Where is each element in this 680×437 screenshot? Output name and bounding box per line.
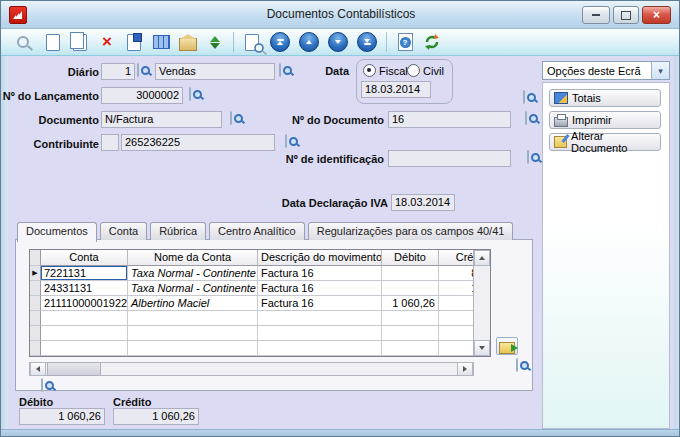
grid-search-button[interactable]	[41, 378, 43, 392]
table-row[interactable]	[30, 311, 474, 326]
col-header-credito[interactable]: Crédito	[439, 250, 474, 266]
maximize-button[interactable]	[613, 6, 639, 24]
copy-document-button[interactable]	[71, 33, 89, 51]
tab-rubrica[interactable]: Rúbrica	[150, 222, 206, 240]
minimize-button[interactable]	[582, 6, 610, 24]
cell-empty[interactable]	[258, 341, 382, 356]
vertical-scrollbar[interactable]	[473, 250, 490, 356]
radio-fiscal[interactable]: Fiscal	[363, 64, 408, 77]
tab-centro-analitico[interactable]: Centro Analítico	[209, 222, 305, 240]
numid-field[interactable]	[388, 150, 511, 167]
documento-lookup-button[interactable]	[230, 111, 232, 125]
table-row[interactable]: ▶ 7221131 Taxa Normal - Continente Factu…	[30, 266, 474, 281]
data-lookup-button[interactable]	[523, 90, 525, 104]
diario-code-field[interactable]: 1	[101, 63, 135, 80]
cell-empty[interactable]	[439, 341, 474, 356]
numdoc-lookup-button[interactable]	[525, 111, 527, 125]
scrollbar-thumb[interactable]	[47, 362, 101, 376]
cell-empty[interactable]	[128, 311, 258, 326]
nav-last-button[interactable]	[357, 32, 377, 52]
col-header-nome[interactable]: Nome da Conta	[128, 250, 258, 266]
horizontal-scrollbar[interactable]	[29, 362, 474, 376]
document-notes-button[interactable]	[125, 33, 143, 51]
cell-empty[interactable]	[382, 341, 439, 356]
cell-empty[interactable]	[41, 326, 128, 341]
combo-arrow-button[interactable]: ▾	[651, 62, 669, 79]
table-row[interactable]: 21111000001922 Albertino Maciel Factura …	[30, 296, 474, 311]
numdoc-field[interactable]: 16	[388, 111, 511, 128]
nav-first-button[interactable]	[270, 32, 290, 52]
cell-nome[interactable]: Taxa Normal - Continente	[128, 266, 258, 281]
scroll-right-button[interactable]	[457, 362, 473, 376]
scroll-left-button[interactable]	[30, 362, 46, 376]
cell-debito[interactable]	[382, 281, 439, 296]
cell-credito[interactable]: 198,26	[439, 281, 474, 296]
mail-button[interactable]	[179, 33, 197, 51]
totais-button[interactable]: Totais	[549, 89, 661, 107]
export-line-button[interactable]	[496, 337, 518, 355]
cell-nome[interactable]: Albertino Maciel	[128, 296, 258, 311]
cell-empty[interactable]	[41, 341, 128, 356]
nav-next-button[interactable]	[328, 32, 348, 52]
diario-name-field[interactable]: Vendas	[155, 63, 275, 80]
diario-name-lookup-button[interactable]	[279, 63, 281, 77]
diario-lookup-button[interactable]	[137, 63, 139, 77]
cell-credito[interactable]	[439, 296, 474, 311]
data-field[interactable]: 18.03.2014	[361, 81, 431, 98]
table-button[interactable]	[152, 33, 170, 51]
cell-empty[interactable]	[41, 311, 128, 326]
contribuinte-code-field[interactable]	[101, 134, 119, 151]
nav-previous-button[interactable]	[299, 32, 319, 52]
radio-civil[interactable]: Civil	[407, 64, 444, 77]
cell-empty[interactable]	[128, 326, 258, 341]
new-document-button[interactable]	[44, 33, 62, 51]
line-lookup-button[interactable]	[516, 358, 518, 372]
help-button[interactable]: ?	[396, 33, 414, 51]
cell-debito[interactable]: 1 060,26	[382, 296, 439, 311]
delete-button[interactable]: ×	[98, 33, 116, 51]
print-preview-button[interactable]	[243, 33, 261, 51]
search-button[interactable]: ▾	[9, 33, 35, 51]
table-row[interactable]	[30, 341, 474, 356]
cell-descricao[interactable]: Factura 16	[258, 281, 382, 296]
exit-refresh-button[interactable]	[423, 33, 441, 51]
scroll-down-button[interactable]	[474, 340, 490, 356]
cell-descricao[interactable]: Factura 16	[258, 296, 382, 311]
cell-conta[interactable]: 21111000001922	[41, 296, 128, 311]
cell-descricao[interactable]: Factura 16	[258, 266, 382, 281]
cell-conta[interactable]: 24331131	[41, 281, 128, 296]
lancamento-field[interactable]: 3000002	[101, 87, 183, 104]
cell-empty[interactable]	[382, 311, 439, 326]
contribuinte-lookup-button[interactable]	[285, 134, 287, 148]
cell-nome[interactable]: Taxa Normal - Continente	[128, 281, 258, 296]
documento-field[interactable]: N/Factura	[101, 111, 222, 128]
table-row[interactable]	[30, 326, 474, 341]
cell-debito[interactable]	[382, 266, 439, 281]
contribuinte-field[interactable]: 265236225	[121, 134, 275, 151]
imprimir-button[interactable]: Imprimir	[549, 111, 661, 129]
cell-conta[interactable]: 7221131	[41, 266, 128, 281]
cell-credito[interactable]: 862,00	[439, 266, 474, 281]
col-header-debito[interactable]: Débito	[382, 250, 439, 266]
tab-documentos[interactable]: Documentos	[17, 222, 97, 242]
alterar-documento-button[interactable]: Alterar Documento	[549, 133, 661, 151]
iva-field[interactable]: 18.03.2014	[391, 194, 455, 211]
cell-empty[interactable]	[439, 326, 474, 341]
numid-lookup-button[interactable]	[527, 150, 529, 164]
col-header-conta[interactable]: Conta	[41, 250, 128, 266]
refresh-button[interactable]	[206, 33, 224, 51]
cell-empty[interactable]	[258, 326, 382, 341]
tab-regularizacoes[interactable]: Regularizações para os campos 40/41	[308, 222, 514, 240]
tab-conta[interactable]: Conta	[100, 222, 147, 240]
cell-empty[interactable]	[439, 311, 474, 326]
close-button[interactable]: ×	[642, 6, 671, 24]
cell-empty[interactable]	[258, 311, 382, 326]
arrow-left-icon	[36, 366, 40, 372]
screen-options-dropdown[interactable]: Opções deste Ecrã ▾	[542, 61, 670, 80]
table-row[interactable]: 24331131 Taxa Normal - Continente Factur…	[30, 281, 474, 296]
scroll-up-button[interactable]	[474, 250, 490, 266]
lancamento-lookup-button[interactable]	[189, 87, 191, 101]
cell-empty[interactable]	[382, 326, 439, 341]
cell-empty[interactable]	[128, 341, 258, 356]
col-header-descricao[interactable]: Descrição do movimento	[258, 250, 382, 266]
